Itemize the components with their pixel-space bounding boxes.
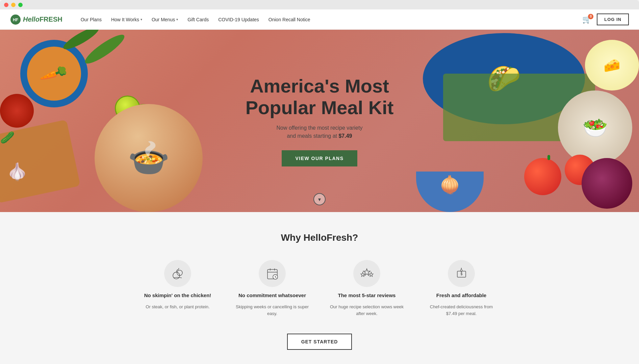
hero-subtitle: Now offering the most recipe variety and… — [246, 124, 394, 140]
nav-links: Our Plans How It Works ▾ Our Menus ▾ Gif… — [76, 9, 572, 30]
nav-link-covid-updates[interactable]: COVID-19 Updates — [213, 9, 264, 30]
chevron-down-icon: ▾ — [176, 9, 178, 30]
why-item-no-skimping: No skimpin' on the chicken! Or steak, or… — [140, 260, 215, 317]
nav-item-onion-recall[interactable]: Onion Recall Notice — [264, 9, 315, 30]
nav-link-gift-cards[interactable]: Gift Cards — [183, 9, 213, 30]
svg-line-6 — [178, 268, 179, 269]
svg-text:HF: HF — [13, 18, 18, 22]
nav-item-how-it-works[interactable]: How It Works ▾ — [106, 9, 147, 30]
why-section-title: Why HelloFresh? — [14, 232, 625, 243]
navbar: HF HelloFRESH Our Plans How It Works ▾ O… — [0, 9, 639, 30]
why-item-5star-desc: Our huge recipe selection wows week afte… — [330, 304, 404, 317]
nav-right: 🛒 0 LOG IN — [582, 14, 629, 25]
chevron-down-icon: ▾ — [140, 9, 142, 30]
why-icon-money: $ — [448, 260, 475, 287]
nav-item-our-plans[interactable]: Our Plans — [76, 9, 106, 30]
why-section: Why HelloFresh? No skimpin' on the chick… — [0, 212, 639, 364]
why-item-5star-title: The most 5-star reviews — [338, 292, 396, 298]
svg-text:$: $ — [460, 272, 462, 276]
close-button[interactable] — [4, 3, 8, 7]
nav-item-gift-cards[interactable]: Gift Cards — [183, 9, 213, 30]
nav-link-how-it-works[interactable]: How It Works ▾ — [106, 9, 147, 30]
why-item-affordable: $ Fresh and affordable Chef-created deli… — [424, 260, 499, 317]
svg-marker-14 — [363, 269, 370, 276]
nav-item-covid-updates[interactable]: COVID-19 Updates — [213, 9, 264, 30]
why-item-no-skimping-desc: Or steak, or fish, or plant protein. — [146, 304, 209, 310]
why-grid: No skimpin' on the chicken! Or steak, or… — [14, 260, 625, 317]
fullscreen-button[interactable] — [18, 3, 23, 7]
cart-button[interactable]: 🛒 0 — [582, 15, 591, 24]
svg-marker-15 — [361, 272, 365, 277]
minimize-button[interactable] — [11, 3, 16, 7]
logo[interactable]: HF HelloFRESH — [10, 14, 62, 25]
cart-badge: 0 — [588, 14, 593, 19]
hero-section: 🥕 🧄 🥒 🍲 🌮 🥗 🧅 — [0, 30, 639, 212]
why-item-no-commitment-title: No commitment whatsoever — [238, 292, 306, 298]
nav-link-our-plans[interactable]: Our Plans — [76, 9, 106, 30]
why-icon-chicken — [164, 260, 191, 287]
nav-item-our-menus[interactable]: Our Menus ▾ — [147, 9, 183, 30]
login-button[interactable]: LOG IN — [597, 14, 629, 25]
hero-content: America's Most Popular Meal Kit Now offe… — [246, 75, 394, 167]
why-item-no-commitment: No commitment whatsoever Skipping weeks … — [235, 260, 309, 317]
why-item-no-commitment-desc: Skipping weeks or cancelling is super ea… — [235, 304, 309, 317]
why-item-no-skimping-title: No skimpin' on the chicken! — [144, 292, 211, 298]
why-item-5star: The most 5-star reviews Our huge recipe … — [330, 260, 404, 317]
svg-line-5 — [177, 269, 178, 270]
scroll-down-button[interactable]: ▾ — [313, 193, 326, 205]
chevron-down-icon: ▾ — [318, 196, 321, 203]
logo-icon: HF — [10, 14, 21, 25]
svg-marker-16 — [369, 272, 373, 277]
why-item-affordable-title: Fresh and affordable — [436, 292, 486, 298]
why-item-affordable-desc: Chef-created deliciousness from $7.49 pe… — [424, 304, 499, 317]
logo-text: HelloFRESH — [23, 16, 62, 23]
why-icon-calendar — [259, 260, 286, 287]
why-icon-stars — [353, 260, 380, 287]
svg-line-4 — [176, 270, 177, 272]
window-chrome — [0, 0, 639, 9]
view-plans-button[interactable]: VIEW OUR PLANS — [282, 150, 357, 166]
nav-link-our-menus[interactable]: Our Menus ▾ — [147, 9, 183, 30]
hero-title: America's Most Popular Meal Kit — [246, 75, 394, 119]
nav-link-onion-recall[interactable]: Onion Recall Notice — [264, 9, 315, 30]
get-started-button[interactable]: GET STARTED — [287, 334, 352, 350]
